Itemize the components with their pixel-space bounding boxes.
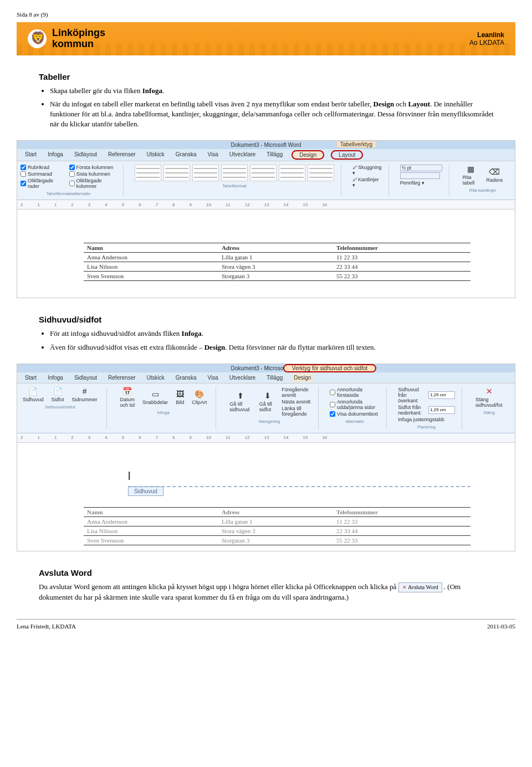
context-label-1: Tabellverktyg [336, 141, 376, 148]
group-tabellformatsalternativ: Tabellformatsalternativ [21, 191, 116, 196]
nav-next[interactable]: Nästa avsnitt [282, 399, 311, 405]
table-row: Lisa NilssonStora vägen 322 33 44 [84, 526, 470, 535]
tab-tillagg-2[interactable]: Tillägg [264, 374, 285, 382]
group-alternativ: Alternativ [330, 419, 380, 424]
footer-author: Lena Fristedt, LKDATA [17, 623, 76, 630]
btn-kantlinjer[interactable]: Kantlinjer ▾ [352, 177, 382, 188]
tab-sidlayout[interactable]: Sidlayout [72, 150, 99, 160]
tab-sidlayout-2[interactable]: Sidlayout [72, 374, 99, 382]
word-screenshot-2: Dokument3 - Microsoft Word Verktyg för s… [17, 364, 515, 551]
tab-tillagg[interactable]: Tillägg [264, 150, 285, 160]
group-stang: Stäng [473, 410, 505, 415]
tab-utvecklare[interactable]: Utvecklare [227, 150, 258, 160]
header-boundary-dashed [128, 486, 470, 487]
btn-close-hf[interactable]: ✕Stäng sidhuvud/fot [473, 387, 505, 408]
pos-footer-label: Sidfot från nederkant: [398, 405, 425, 416]
btn-datum[interactable]: 📅Datum och tid [118, 387, 137, 408]
bullet-4: Även för sidhuvud/sidfot visas ett extra… [50, 342, 499, 352]
tabeller-bullets: Skapa tabeller gör du via fliken Infoga.… [50, 86, 499, 130]
group-sidhuvud-sidfot: Sidhuvud/sidfot [21, 405, 100, 410]
btn-clipart[interactable]: 🎨ClipArt [190, 390, 209, 405]
btn-skuggning[interactable]: Skuggning ▾ [352, 165, 382, 176]
tab-start[interactable]: Start [23, 150, 39, 160]
ribbon-tabs-2: Start Infoga Sidlayout Referenser Utskic… [17, 372, 515, 383]
btn-sidfot[interactable]: 📄Sidfot [49, 387, 66, 402]
section-sidhuvud-title: Sidhuvud/sidfot [39, 315, 515, 324]
pos-header-label: Sidhuvud från överkant: [398, 387, 425, 403]
group-rita-kantlinjer: Rita kantlinjer [461, 188, 505, 193]
chk-forsta-kolumnen[interactable]: Första kolumnen [69, 165, 116, 170]
table-row: Lisa NilssonStora vägen 322 33 44 [84, 262, 470, 272]
btn-ga-sidfot[interactable]: ⬇Gå till sidfot [257, 391, 278, 412]
chk-annorlunda-udda[interactable]: Annorlunda udda/jämna sidor [330, 399, 380, 410]
group-navigering: Navigering [227, 419, 311, 424]
btn-sidnummer[interactable]: #Sidnummer [70, 387, 100, 402]
btn-radera[interactable]: ⌫Radera [484, 167, 505, 183]
chk-rubrikrad[interactable]: Rubrikrad [21, 165, 60, 170]
tab-utskick[interactable]: Utskick [145, 150, 167, 160]
chk-olikfargade-kolumner[interactable]: Olikfärgade kolumner [69, 178, 116, 189]
skyline-silhouette [17, 43, 515, 55]
btn-bild[interactable]: 🖼Bild [173, 390, 186, 405]
th-namn: Namn [84, 243, 218, 253]
nav-link[interactable]: Länka till föregående [282, 406, 311, 417]
tab-granska-2[interactable]: Granska [173, 374, 199, 382]
line-style[interactable] [400, 172, 440, 179]
th-adress: Adress [218, 243, 333, 253]
bullet-3: För att infoga sidhuvud/sidfot används f… [50, 329, 499, 339]
pos-insert-tab[interactable]: Infoga justeringstabb [398, 417, 455, 422]
chk-annorlunda-forsta[interactable]: Annorlunda förstasida [330, 387, 380, 398]
btn-ga-sidhuvud[interactable]: ⬆Gå till sidhuvud [227, 391, 254, 412]
tab-referenser-2[interactable]: Referenser [106, 374, 137, 382]
ruler-1: 2112345678910111213141516 [17, 200, 515, 209]
ruler-2: 2112345678910111213141516 [17, 433, 515, 443]
btn-rita-tabell[interactable]: ▦Rita tabell [461, 165, 481, 186]
pos-header-input[interactable] [428, 391, 455, 399]
page-number: Sida 8 av (9) [17, 11, 515, 18]
word-title-1: Dokument3 - Microsoft Word [231, 142, 301, 148]
tab-referenser[interactable]: Referenser [106, 150, 137, 160]
sample-table-2: NamnAdressTelefonnummer Anna AnderssonLi… [84, 507, 470, 545]
avsluta-paragraph: Du avslutar Word genom att antingen klic… [39, 582, 493, 602]
tab-start-2[interactable]: Start [23, 374, 39, 382]
nav-prev[interactable]: Föregående avsnitt [282, 387, 311, 398]
tab-design-2[interactable]: Design [291, 374, 313, 382]
sample-table-1: Namn Adress Telefonnummer Anna Andersson… [84, 243, 470, 281]
footer-date: 2011-03-05 [487, 623, 515, 630]
table-style-gallery[interactable] [135, 165, 334, 181]
sidhuvud-bullets: För att infoga sidhuvud/sidfot används f… [50, 329, 499, 352]
btn-snabbdelar[interactable]: ▭Snabbdelar [140, 390, 170, 405]
group-placering: Placering [398, 425, 455, 429]
section-tabeller-title: Tabeller [39, 72, 515, 81]
th-telefon: Telefonnummer [333, 243, 470, 253]
org-name-1: Linköpings [52, 27, 105, 38]
tab-visa-2[interactable]: Visa [206, 374, 221, 382]
table-row: Sven SvenssonStorgatan 355 22 33 [84, 272, 470, 281]
btn-sidhuvud[interactable]: 📄Sidhuvud [21, 387, 46, 402]
sidhuvud-tab-label: Sidhuvud [128, 487, 163, 496]
tab-infoga[interactable]: Infoga [45, 150, 65, 160]
bullet-1: Skapa tabeller gör du via fliken Infoga. [50, 86, 499, 96]
chk-summarad[interactable]: Summarad [21, 171, 60, 177]
table-row: Sven SvenssonStorgatan 355 22 33 [84, 535, 470, 545]
chk-olikfargade-rader[interactable]: Olikfärgade rader [21, 178, 60, 189]
tab-infoga-2[interactable]: Infoga [45, 374, 65, 382]
tab-utvecklare-2[interactable]: Utvecklare [227, 374, 258, 382]
tab-granska[interactable]: Granska [173, 150, 199, 160]
tab-design-circled[interactable]: Design [291, 150, 324, 160]
pos-footer-input[interactable] [428, 406, 455, 414]
context-label-2-circled: Verktyg för sidhuvud och sidfot [283, 364, 376, 372]
btn-pennfarg[interactable]: Pennfärg ▾ [400, 180, 442, 186]
chk-sista-kolumnen[interactable]: Sista kolumnen [69, 171, 116, 177]
word-screenshot-1: Dokument3 - Microsoft Word Tabellverktyg… [17, 140, 515, 298]
section-avsluta-title: Avsluta Word [39, 568, 515, 577]
inline-avsluta-button[interactable]: Avsluta Word [398, 582, 442, 592]
tab-visa[interactable]: Visa [206, 150, 221, 160]
group-tabellformat: Tabellformat [135, 183, 334, 188]
tab-layout-circled[interactable]: Layout [331, 150, 363, 160]
line-weight[interactable]: ½ pt [400, 165, 442, 171]
text-cursor: | [128, 471, 130, 480]
tab-utskick-2[interactable]: Utskick [145, 374, 167, 382]
chk-visa-dokumenttext[interactable]: Visa dokumenttext [330, 411, 380, 417]
bullet-2: När du infogat en tabell eller markerat … [50, 99, 499, 130]
